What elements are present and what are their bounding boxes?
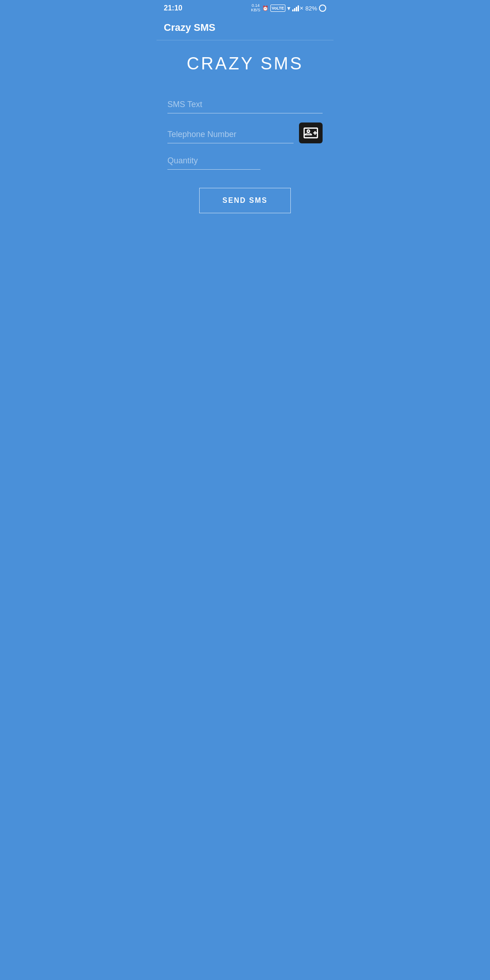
- network-speed: 0.14 KB/S: [251, 4, 260, 13]
- sms-text-wrapper: [167, 96, 323, 113]
- hero-title: CRAZY SMS: [186, 54, 303, 74]
- signal-icon: [292, 5, 299, 11]
- form-container: [167, 96, 323, 170]
- app-bar: Crazy SMS: [157, 16, 333, 40]
- telephone-row: [167, 122, 323, 143]
- status-icons: 0.14 KB/S ⏰ VoLTE ▾ ✕ 82%: [251, 4, 326, 13]
- status-bar: 21:10 0.14 KB/S ⏰ VoLTE ▾ ✕ 82%: [157, 0, 333, 16]
- contact-phone-icon: [304, 126, 318, 140]
- signal-with-x-icon: ✕: [292, 5, 304, 11]
- send-sms-button[interactable]: SEND SMS: [199, 188, 291, 213]
- wifi-icon: ▾: [287, 5, 290, 12]
- send-btn-wrapper: SEND SMS: [167, 188, 323, 213]
- sms-text-input[interactable]: [167, 96, 323, 113]
- volte-badge: VoLTE: [270, 5, 285, 12]
- quantity-wrapper: [167, 152, 323, 170]
- alarm-icon: ⏰: [262, 5, 269, 11]
- battery-percent: 82%: [305, 5, 317, 12]
- app-bar-title: Crazy SMS: [164, 22, 216, 33]
- telephone-number-input[interactable]: [167, 126, 294, 143]
- contact-picker-button[interactable]: [299, 122, 323, 143]
- battery-icon: [319, 5, 326, 12]
- quantity-input[interactable]: [167, 152, 260, 170]
- status-time: 21:10: [164, 4, 182, 12]
- main-content: CRAZY SMS SEND SMS: [157, 40, 333, 227]
